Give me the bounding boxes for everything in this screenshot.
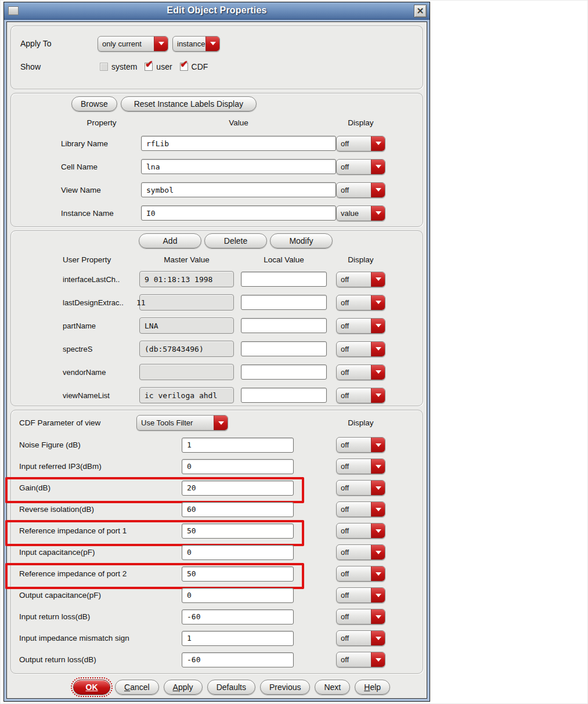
user-property-row-lastdesignextrac: lastDesignExtrac..11off <box>11 291 423 314</box>
tools-filter-dropdown[interactable]: Use Tools Filter <box>136 415 228 431</box>
check-icon: ✔ <box>181 60 188 69</box>
cdf-header-row: CDF Parameter of view Use Tools Filter D… <box>11 415 423 431</box>
instance-name-label: Instance Name <box>61 209 141 218</box>
input-return-loss-db-input[interactable] <box>182 609 294 624</box>
display-dropdown-partname[interactable]: off <box>336 318 385 334</box>
chevron-down-icon <box>371 319 385 333</box>
output-return-loss-db-label: Output return loss(dB) <box>19 655 182 664</box>
reference-impedance-of-port-2-input[interactable] <box>182 566 294 582</box>
chevron-down-icon <box>371 588 385 602</box>
view-name-input[interactable] <box>141 182 336 197</box>
show-options: system✔user✔CDF <box>100 62 215 71</box>
lastdesignextrac-label: lastDesignExtrac.. <box>63 298 139 307</box>
display-header: Display <box>336 418 385 427</box>
cdf-param-row-output-return-loss-db: Output return loss(dB)off <box>11 649 423 670</box>
display-dropdown-spectres[interactable]: off <box>336 341 385 357</box>
checkbox-cdf[interactable]: ✔ <box>180 63 188 71</box>
checkbox-system[interactable] <box>100 63 108 71</box>
ok-button[interactable]: OK <box>73 680 110 695</box>
defaults-button[interactable]: Defaults <box>207 680 255 695</box>
library-name-input[interactable] <box>141 136 336 151</box>
lastdesignextrac-master-value: 11 <box>139 294 234 311</box>
cancel-button[interactable]: Cancel <box>115 680 159 695</box>
partname-local-input[interactable] <box>241 318 327 333</box>
display-dropdown-reference-impedance-of-port-1[interactable]: off <box>336 523 385 539</box>
display-header: Display <box>336 118 385 127</box>
input-capacitance-pf-input[interactable] <box>182 545 294 560</box>
footer-buttons: OKCancelApplyDefaultsPreviousNextHelp <box>10 678 423 696</box>
chevron-down-icon <box>371 160 385 174</box>
previous-button[interactable]: Previous <box>260 680 310 695</box>
display-dropdown-gain-db[interactable]: off <box>336 480 385 496</box>
reference-impedance-of-port-1-input[interactable] <box>182 524 294 539</box>
apply-target-dropdown[interactable]: instance <box>172 36 220 52</box>
checkbox-user[interactable]: ✔ <box>145 63 153 71</box>
viewnamelist-local-input[interactable] <box>241 388 327 403</box>
close-icon[interactable]: ✕ <box>414 5 427 17</box>
instance-name-input[interactable] <box>141 205 336 221</box>
vendorname-master-value <box>139 364 234 380</box>
display-dropdown-input-referred-ip3-dbm[interactable]: off <box>336 458 385 474</box>
dropdown-value: off <box>337 566 371 581</box>
browse-button[interactable]: Browse <box>71 96 117 111</box>
noise-figure-db-input[interactable] <box>182 438 294 453</box>
lastdesignextrac-local-input[interactable] <box>241 295 327 310</box>
modify-button[interactable]: Modify <box>270 233 333 248</box>
help-button[interactable]: Help <box>355 680 390 695</box>
chevron-down-icon <box>371 609 385 624</box>
reset-instance-labels-button[interactable]: Reset Instance Labels Display <box>121 96 257 111</box>
cdf-param-row-reverse-isolation-db: Reverse isolation(dB)off <box>11 499 423 520</box>
view-name-label: View Name <box>61 186 141 194</box>
output-return-loss-db-input[interactable] <box>182 652 294 667</box>
delete-button[interactable]: Delete <box>204 233 267 248</box>
add-button[interactable]: Add <box>139 233 201 248</box>
next-button[interactable]: Next <box>315 680 350 695</box>
cell-name-input[interactable] <box>141 159 336 174</box>
cdf-param-row-reference-impedance-of-port-2: Reference impedance of port 2off <box>11 563 423 584</box>
display-dropdown-viewnamelist[interactable]: off <box>336 388 385 403</box>
apply-to-row: Apply To only current instance <box>20 35 423 52</box>
input-impedance-mismatch-sign-input[interactable] <box>182 631 294 646</box>
dropdown-value: off <box>337 545 371 559</box>
checkbox-label: user <box>156 62 172 71</box>
reverse-isolation-db-input[interactable] <box>182 502 294 517</box>
display-dropdown-output-return-loss-db[interactable]: off <box>336 652 385 667</box>
display-dropdown-reference-impedance-of-port-2[interactable]: off <box>336 566 385 582</box>
checkbox-label: CDF <box>192 62 208 71</box>
display-dropdown-input-capacitance-pf[interactable]: off <box>336 544 385 560</box>
apply-scope-dropdown[interactable]: only current <box>98 36 168 52</box>
apply-button[interactable]: Apply <box>164 680 203 695</box>
user-property-headers: User Property Master Value Local Value D… <box>11 253 423 266</box>
library-name-label: Library Name <box>61 139 141 148</box>
display-dropdown-vendorname[interactable]: off <box>336 364 385 380</box>
display-dropdown-view-name[interactable]: off <box>336 182 385 198</box>
display-dropdown-library-name[interactable]: off <box>336 136 385 151</box>
apply-to-label: Apply To <box>20 39 98 48</box>
viewnamelist-master-value: ic veriloga ahdl <box>139 387 234 403</box>
display-dropdown-instance-name[interactable]: value <box>336 205 385 221</box>
display-dropdown-cell-name[interactable]: off <box>336 159 385 175</box>
spectres-local-input[interactable] <box>241 341 327 356</box>
output-capacitance-pf-input[interactable] <box>182 588 294 603</box>
identity-rows: Library NameoffCell NameoffView NameoffI… <box>11 132 423 225</box>
display-dropdown-output-capacitance-pf[interactable]: off <box>336 587 385 603</box>
display-dropdown-interfacelastch[interactable]: off <box>336 272 385 287</box>
display-dropdown-input-impedance-mismatch-sign[interactable]: off <box>336 630 385 646</box>
chevron-down-icon <box>371 295 385 310</box>
gain-db-input[interactable] <box>182 481 294 496</box>
titlebar[interactable]: Edit Object Properties ✕ <box>4 2 430 20</box>
display-dropdown-reverse-isolation-db[interactable]: off <box>336 501 385 517</box>
interfacelastch-local-input[interactable] <box>241 272 327 287</box>
chevron-down-icon <box>214 416 228 430</box>
input-referred-ip3-dbm-input[interactable] <box>182 459 294 474</box>
cdf-param-row-input-return-loss-db: Input return loss(dB)off <box>11 606 423 627</box>
display-dropdown-noise-figure-db[interactable]: off <box>336 437 385 453</box>
display-dropdown-lastdesignextrac[interactable]: off <box>336 295 385 311</box>
chevron-down-icon <box>371 566 385 581</box>
display-dropdown-input-return-loss-db[interactable]: off <box>336 609 385 624</box>
dropdown-value: off <box>337 438 371 452</box>
partname-label: partName <box>63 322 139 330</box>
show-label: Show <box>20 62 98 71</box>
vendorname-local-input[interactable] <box>241 364 327 380</box>
user-property-row-spectres: spectreS(db:57843496)off <box>11 337 423 360</box>
